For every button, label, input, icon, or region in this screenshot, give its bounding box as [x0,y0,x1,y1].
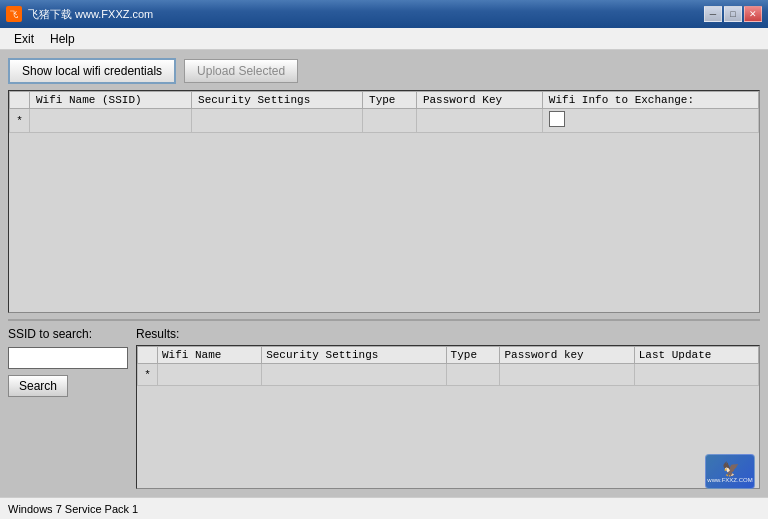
row-security [192,109,363,133]
menu-help[interactable]: Help [42,30,83,48]
title-bar-left: 飞 飞猪下载 www.FXXZ.com [6,6,153,22]
results-row: * [138,364,759,386]
results-label: Results: [136,327,760,341]
bottom-section: SSID to search: Search Results: Wifi Nam… [8,319,760,489]
search-panel: SSID to search: Search [8,327,128,489]
row-exchange[interactable] [542,109,758,133]
row-password [416,109,542,133]
results-panel: Results: Wifi Name Security Settings Typ… [136,327,760,489]
wifi-table: Wifi Name (SSID) Security Settings Type … [9,91,759,133]
minimize-button[interactable]: ─ [704,6,722,22]
exchange-checkbox[interactable] [549,111,565,127]
toolbar: Show local wifi credentials Upload Selec… [8,58,760,84]
menu-bar: Exit Help [0,28,768,50]
res-row-type [446,364,500,386]
title-bar: 飞 飞猪下载 www.FXXZ.com ─ □ ✕ [0,0,768,28]
upload-selected-button[interactable]: Upload Selected [184,59,298,83]
res-col-password: Password key [500,347,634,364]
res-col-lastupdate: Last Update [634,347,758,364]
top-table-container: Wifi Name (SSID) Security Settings Type … [8,90,760,313]
res-row-security [262,364,446,386]
search-input[interactable] [8,347,128,369]
res-col-security: Security Settings [262,347,446,364]
col-security: Security Settings [192,92,363,109]
menu-exit[interactable]: Exit [6,30,42,48]
col-ssid: Wifi Name (SSID) [30,92,192,109]
show-credentials-button[interactable]: Show local wifi credentials [8,58,176,84]
watermark-site: www.FXXZ.COM [707,477,752,483]
app-favicon: 飞 [6,6,22,22]
res-row-marker: * [138,364,158,386]
table-row: * [10,109,759,133]
col-marker [10,92,30,109]
maximize-button[interactable]: □ [724,6,742,22]
col-password: Password Key [416,92,542,109]
ssid-search-label: SSID to search: [8,327,128,341]
res-col-marker [138,347,158,364]
res-col-type: Type [446,347,500,364]
bottom-watermark: 🦅 www.FXXZ.COM [700,454,760,494]
row-type [363,109,417,133]
res-row-password [500,364,634,386]
status-bar: Windows 7 Service Pack 1 [0,497,768,519]
results-table-container: Wifi Name Security Settings Type Passwor… [136,345,760,489]
row-ssid [30,109,192,133]
search-button[interactable]: Search [8,375,68,397]
results-table: Wifi Name Security Settings Type Passwor… [137,346,759,386]
res-col-name: Wifi Name [158,347,262,364]
main-content: Show local wifi credentials Upload Selec… [0,50,768,497]
col-type: Type [363,92,417,109]
res-row-lastupdate [634,364,758,386]
status-text: Windows 7 Service Pack 1 [8,503,138,515]
watermark-bird-icon: 🦅 [722,461,739,477]
row-marker: * [10,109,30,133]
title-bar-text: 飞猪下载 www.FXXZ.com [28,7,153,22]
close-button[interactable]: ✕ [744,6,762,22]
window-controls: ─ □ ✕ [704,6,762,22]
col-exchange: Wifi Info to Exchange: [542,92,758,109]
res-row-name [158,364,262,386]
watermark-logo: 🦅 www.FXXZ.COM [705,454,755,489]
